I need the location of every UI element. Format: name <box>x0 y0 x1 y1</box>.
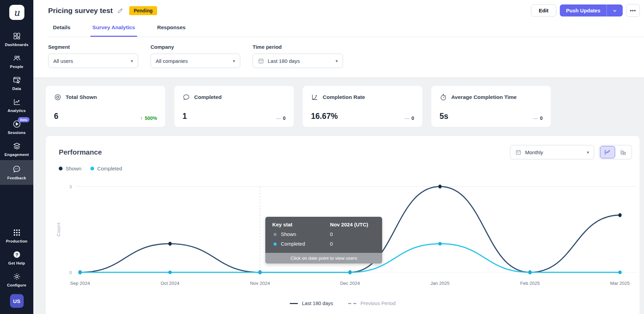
chevron-down-icon: ▾ <box>131 58 133 64</box>
sidebar-item-label: Sessions <box>8 131 25 135</box>
edit-button[interactable]: Edit <box>531 4 556 16</box>
svg-text:Count: Count <box>56 222 61 236</box>
line-chart-icon <box>604 148 611 156</box>
dash-icon: — <box>404 115 409 121</box>
svg-text:Nov 2024: Nov 2024 <box>250 281 270 286</box>
sidebar-item-data[interactable]: Data <box>0 72 33 94</box>
calendar-icon <box>515 149 522 156</box>
interval-select[interactable]: Monthly ▾ <box>510 145 594 159</box>
solid-line-sample <box>290 303 298 304</box>
sidebar-item-sessions[interactable]: Beta Sessions <box>0 116 33 138</box>
svg-text:0: 0 <box>69 270 72 275</box>
company-select[interactable]: All companies ▾ <box>151 54 240 68</box>
sidebar-item-dashboards[interactable]: Dashboards <box>0 28 33 50</box>
push-updates-split-button: Push Updates <box>560 4 623 16</box>
sidebar-item-configure[interactable]: Configure <box>0 269 33 291</box>
legend-label: Shown <box>66 166 81 171</box>
time-period-select[interactable]: Last 180 days ▾ <box>253 54 343 68</box>
sidebar-item-get-help[interactable]: ? Get Help <box>0 247 33 269</box>
shown-dot <box>274 233 277 236</box>
svg-text:Oct 2024: Oct 2024 <box>160 281 179 286</box>
sidebar-item-analytics[interactable]: Analytics <box>0 94 33 116</box>
performance-title: Performance <box>59 148 102 156</box>
shown-legend-dot <box>59 167 63 170</box>
svg-text:3: 3 <box>69 184 72 189</box>
push-updates-dropdown-button[interactable] <box>607 4 623 16</box>
stat-card-avg-completion-time: Average Completion Time 5s —0 <box>431 86 551 127</box>
stat-value: 1 <box>182 112 187 121</box>
company-label: Company <box>151 44 240 50</box>
sessions-icon: Beta <box>12 119 21 128</box>
stat-delta: —0 <box>404 115 414 121</box>
user-avatar[interactable]: US <box>10 294 24 308</box>
tooltip-footer: Click on date point to view users <box>265 253 382 263</box>
tab-details[interactable]: Details <box>51 24 73 37</box>
comment-icon <box>182 93 190 101</box>
segment-value: All users <box>53 58 73 64</box>
performance-card: Performance Monthly ▾ <box>46 136 640 314</box>
company-filter: Company All companies ▾ <box>151 44 240 68</box>
bar-chart-toggle-button[interactable] <box>616 146 631 158</box>
tooltip-date: Nov 2024 (UTC) <box>330 222 375 227</box>
legend-item-shown[interactable]: Shown <box>59 166 81 171</box>
dashboards-icon <box>13 31 21 41</box>
filters-bar: Segment All users ▾ Company All companie… <box>33 37 644 78</box>
legend-current-period[interactable]: Last 180 days <box>290 301 333 306</box>
period-legend: Last 180 days Previous Period <box>46 301 640 306</box>
chart-legend: Shown Completed <box>46 166 640 171</box>
help-icon: ? <box>13 250 21 259</box>
sidebar-item-production[interactable]: Production <box>0 225 33 247</box>
completion-rate-icon <box>311 93 319 101</box>
sidebar-item-label: Engagement <box>4 153 29 157</box>
legend-item-completed[interactable]: Completed <box>90 166 122 171</box>
topbar: Pricing survey test Pending Edit Push Up… <box>33 0 644 37</box>
performance-chart[interactable]: 30CountSep 2024Oct 2024Nov 2024Dec 2024J… <box>46 176 640 295</box>
chevron-down-icon: ▾ <box>587 150 589 155</box>
analytics-icon <box>13 97 21 106</box>
tooltip-row-completed: Completed 0 <box>272 241 375 247</box>
people-icon <box>12 53 21 63</box>
sidebar-item-label: Get Help <box>8 261 25 265</box>
dash-icon: — <box>276 115 281 121</box>
calendar-icon <box>258 58 264 64</box>
interval-value: Monthly <box>525 149 543 155</box>
svg-text:Jan 2025: Jan 2025 <box>431 281 449 286</box>
chevron-down-icon: ▾ <box>233 58 235 64</box>
stat-card-total-shown: Total Shown 6 ↑500% <box>46 86 165 127</box>
edit-title-icon[interactable] <box>117 7 124 14</box>
segment-filter: Segment All users ▾ <box>48 44 138 68</box>
more-options-button[interactable]: ••• <box>626 4 640 17</box>
segment-select[interactable]: All users ▾ <box>48 54 138 68</box>
eye-icon <box>54 93 62 101</box>
beta-badge: Beta <box>18 117 30 122</box>
stat-title: Total Shown <box>66 94 97 100</box>
sidebar-item-feedback[interactable]: Feedback <box>0 160 33 185</box>
stat-delta: —0 <box>533 115 543 121</box>
time-period-label: Time period <box>253 44 343 50</box>
sidebar-item-people[interactable]: People <box>0 50 33 72</box>
feedback-icon <box>12 165 21 174</box>
tab-survey-analytics[interactable]: Survey Analytics <box>90 24 137 37</box>
legend-previous-period[interactable]: Previous Period <box>348 301 396 306</box>
line-chart-toggle-button[interactable] <box>600 146 615 158</box>
stat-title: Completion Rate <box>323 94 365 100</box>
stat-value: 5s <box>440 112 448 121</box>
svg-text:Dec 2024: Dec 2024 <box>340 281 360 286</box>
legend-label: Completed <box>97 166 122 171</box>
production-icon <box>13 228 21 237</box>
svg-text:Mar 2025: Mar 2025 <box>610 281 630 286</box>
tab-responses[interactable]: Responses <box>155 24 188 37</box>
tooltip-title: Key stat <box>272 222 330 227</box>
completed-dot <box>274 243 277 246</box>
stat-cards-row: Total Shown 6 ↑500% Completed 1 —0 <box>46 86 640 127</box>
status-badge: Pending <box>129 6 157 15</box>
content-area: Total Shown 6 ↑500% Completed 1 —0 <box>33 78 644 314</box>
app-logo[interactable]: u <box>9 5 24 20</box>
push-updates-button[interactable]: Push Updates <box>560 4 607 16</box>
page-title: Pricing survey test <box>48 7 113 15</box>
stat-title: Average Completion Time <box>451 94 517 100</box>
stat-card-completion-rate: Completion Rate 16.67% —0 <box>303 86 422 127</box>
stat-delta: —0 <box>276 115 286 121</box>
sidebar-item-engagement[interactable]: Engagement <box>0 138 33 160</box>
dashed-line-sample <box>348 303 356 304</box>
